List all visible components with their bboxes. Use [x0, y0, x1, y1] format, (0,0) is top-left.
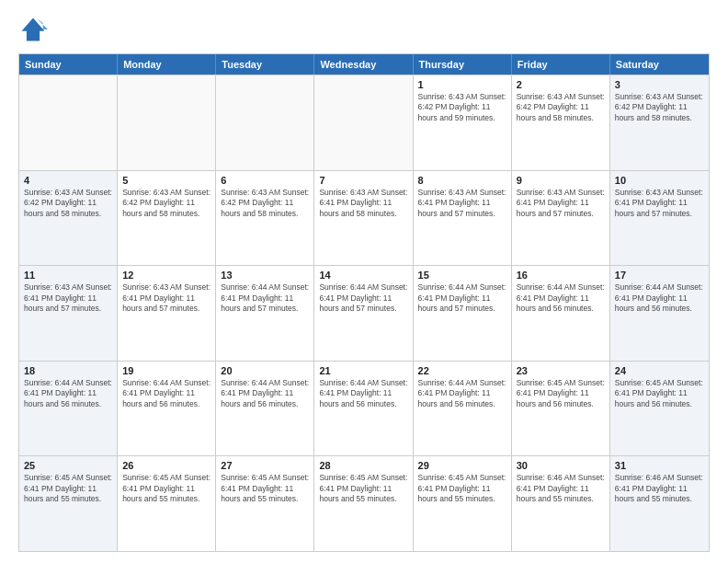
day-info: Sunrise: 6:45 AM Sunset: 6:41 PM Dayligh… [122, 473, 210, 504]
calendar-header-thursday: Thursday [414, 54, 512, 75]
day-number: 24 [615, 365, 704, 376]
calendar-header: SundayMondayTuesdayWednesdayThursdayFrid… [19, 54, 709, 75]
svg-marker-0 [22, 18, 45, 41]
calendar-day-13: 13Sunrise: 6:44 AM Sunset: 6:41 PM Dayli… [216, 266, 314, 361]
day-number: 26 [122, 460, 210, 471]
calendar-day-8: 8Sunrise: 6:43 AM Sunset: 6:41 PM Daylig… [414, 171, 512, 266]
day-info: Sunrise: 6:43 AM Sunset: 6:41 PM Dayligh… [615, 188, 704, 219]
day-info: Sunrise: 6:44 AM Sunset: 6:41 PM Dayligh… [418, 378, 506, 409]
calendar-day-31: 31Sunrise: 6:46 AM Sunset: 6:41 PM Dayli… [610, 456, 709, 551]
day-info: Sunrise: 6:46 AM Sunset: 6:41 PM Dayligh… [517, 473, 605, 504]
day-number: 27 [221, 460, 309, 471]
calendar-day-18: 18Sunrise: 6:44 AM Sunset: 6:41 PM Dayli… [19, 362, 118, 456]
calendar-day-15: 15Sunrise: 6:44 AM Sunset: 6:41 PM Dayli… [414, 266, 512, 361]
day-info: Sunrise: 6:44 AM Sunset: 6:41 PM Dayligh… [319, 282, 407, 314]
calendar: SundayMondayTuesdayWednesdayThursdayFrid… [18, 53, 710, 552]
day-info: Sunrise: 6:43 AM Sunset: 6:41 PM Dayligh… [418, 188, 506, 219]
day-info: Sunrise: 6:43 AM Sunset: 6:41 PM Dayligh… [24, 282, 112, 314]
calendar-day-26: 26Sunrise: 6:45 AM Sunset: 6:41 PM Dayli… [118, 456, 216, 551]
calendar-body: 1Sunrise: 6:43 AM Sunset: 6:42 PM Daylig… [19, 75, 709, 551]
day-info: Sunrise: 6:44 AM Sunset: 6:41 PM Dayligh… [319, 378, 407, 409]
calendar-header-wednesday: Wednesday [314, 54, 413, 75]
day-info: Sunrise: 6:43 AM Sunset: 6:41 PM Dayligh… [319, 188, 407, 219]
calendar-empty-cell [314, 75, 413, 170]
day-number: 12 [122, 270, 210, 281]
day-number: 8 [418, 175, 506, 186]
day-number: 19 [122, 365, 210, 376]
day-number: 23 [517, 365, 605, 376]
page: SundayMondayTuesdayWednesdayThursdayFrid… [0, 0, 728, 563]
calendar-day-11: 11Sunrise: 6:43 AM Sunset: 6:41 PM Dayli… [19, 266, 118, 361]
calendar-day-2: 2Sunrise: 6:43 AM Sunset: 6:42 PM Daylig… [512, 75, 610, 170]
calendar-day-21: 21Sunrise: 6:44 AM Sunset: 6:41 PM Dayli… [314, 362, 413, 456]
calendar-day-25: 25Sunrise: 6:45 AM Sunset: 6:41 PM Dayli… [19, 456, 118, 551]
calendar-day-24: 24Sunrise: 6:45 AM Sunset: 6:41 PM Dayli… [610, 362, 709, 456]
calendar-empty-cell [118, 75, 216, 170]
day-info: Sunrise: 6:43 AM Sunset: 6:42 PM Dayligh… [615, 92, 704, 123]
calendar-header-tuesday: Tuesday [216, 54, 314, 75]
day-number: 10 [615, 175, 704, 186]
day-info: Sunrise: 6:44 AM Sunset: 6:41 PM Dayligh… [221, 378, 309, 409]
day-info: Sunrise: 6:43 AM Sunset: 6:42 PM Dayligh… [517, 92, 605, 123]
day-number: 25 [24, 460, 112, 471]
day-number: 13 [221, 270, 309, 281]
day-number: 22 [418, 365, 506, 376]
day-number: 2 [517, 79, 605, 90]
calendar-empty-cell [216, 75, 314, 170]
calendar-day-14: 14Sunrise: 6:44 AM Sunset: 6:41 PM Dayli… [314, 266, 413, 361]
day-info: Sunrise: 6:43 AM Sunset: 6:42 PM Dayligh… [24, 188, 112, 219]
day-number: 31 [615, 460, 704, 471]
calendar-day-5: 5Sunrise: 6:43 AM Sunset: 6:42 PM Daylig… [118, 171, 216, 266]
day-info: Sunrise: 6:43 AM Sunset: 6:41 PM Dayligh… [122, 282, 210, 314]
calendar-week-3: 11Sunrise: 6:43 AM Sunset: 6:41 PM Dayli… [19, 265, 709, 361]
day-info: Sunrise: 6:45 AM Sunset: 6:41 PM Dayligh… [24, 473, 112, 504]
logo [18, 15, 51, 44]
day-info: Sunrise: 6:43 AM Sunset: 6:42 PM Dayligh… [122, 188, 210, 219]
day-number: 17 [615, 270, 704, 281]
day-number: 4 [24, 175, 112, 186]
calendar-week-2: 4Sunrise: 6:43 AM Sunset: 6:42 PM Daylig… [19, 170, 709, 266]
day-info: Sunrise: 6:44 AM Sunset: 6:41 PM Dayligh… [615, 282, 704, 314]
calendar-day-12: 12Sunrise: 6:43 AM Sunset: 6:41 PM Dayli… [118, 266, 216, 361]
day-number: 11 [24, 270, 112, 281]
day-info: Sunrise: 6:45 AM Sunset: 6:41 PM Dayligh… [319, 473, 407, 504]
calendar-header-monday: Monday [118, 54, 216, 75]
day-number: 9 [517, 175, 605, 186]
calendar-day-22: 22Sunrise: 6:44 AM Sunset: 6:41 PM Dayli… [414, 362, 512, 456]
calendar-day-30: 30Sunrise: 6:46 AM Sunset: 6:41 PM Dayli… [512, 456, 610, 551]
day-number: 20 [221, 365, 309, 376]
calendar-day-1: 1Sunrise: 6:43 AM Sunset: 6:42 PM Daylig… [414, 75, 512, 170]
calendar-header-friday: Friday [512, 54, 610, 75]
calendar-day-4: 4Sunrise: 6:43 AM Sunset: 6:42 PM Daylig… [19, 171, 118, 266]
calendar-empty-cell [19, 75, 118, 170]
calendar-day-23: 23Sunrise: 6:45 AM Sunset: 6:41 PM Dayli… [512, 362, 610, 456]
calendar-day-3: 3Sunrise: 6:43 AM Sunset: 6:42 PM Daylig… [610, 75, 709, 170]
day-info: Sunrise: 6:45 AM Sunset: 6:41 PM Dayligh… [615, 378, 704, 409]
calendar-header-saturday: Saturday [610, 54, 709, 75]
day-number: 30 [517, 460, 605, 471]
day-info: Sunrise: 6:44 AM Sunset: 6:41 PM Dayligh… [418, 282, 506, 314]
day-number: 7 [319, 175, 407, 186]
day-number: 21 [319, 365, 407, 376]
day-info: Sunrise: 6:44 AM Sunset: 6:41 PM Dayligh… [24, 378, 112, 409]
day-number: 5 [122, 175, 210, 186]
calendar-day-27: 27Sunrise: 6:45 AM Sunset: 6:41 PM Dayli… [216, 456, 314, 551]
calendar-day-9: 9Sunrise: 6:43 AM Sunset: 6:41 PM Daylig… [512, 171, 610, 266]
day-info: Sunrise: 6:44 AM Sunset: 6:41 PM Dayligh… [517, 282, 605, 314]
calendar-day-6: 6Sunrise: 6:43 AM Sunset: 6:42 PM Daylig… [216, 171, 314, 266]
calendar-day-28: 28Sunrise: 6:45 AM Sunset: 6:41 PM Dayli… [314, 456, 413, 551]
day-number: 3 [615, 79, 704, 90]
day-number: 6 [221, 175, 309, 186]
day-number: 29 [418, 460, 506, 471]
calendar-day-19: 19Sunrise: 6:44 AM Sunset: 6:41 PM Dayli… [118, 362, 216, 456]
day-number: 1 [418, 79, 506, 90]
day-info: Sunrise: 6:43 AM Sunset: 6:42 PM Dayligh… [418, 92, 506, 123]
logo-icon [18, 15, 48, 44]
header [18, 15, 710, 44]
day-info: Sunrise: 6:43 AM Sunset: 6:41 PM Dayligh… [517, 188, 605, 219]
calendar-week-4: 18Sunrise: 6:44 AM Sunset: 6:41 PM Dayli… [19, 361, 709, 456]
calendar-week-5: 25Sunrise: 6:45 AM Sunset: 6:41 PM Dayli… [19, 455, 709, 551]
day-number: 14 [319, 270, 407, 281]
calendar-week-1: 1Sunrise: 6:43 AM Sunset: 6:42 PM Daylig… [19, 75, 709, 170]
day-info: Sunrise: 6:45 AM Sunset: 6:41 PM Dayligh… [517, 378, 605, 409]
